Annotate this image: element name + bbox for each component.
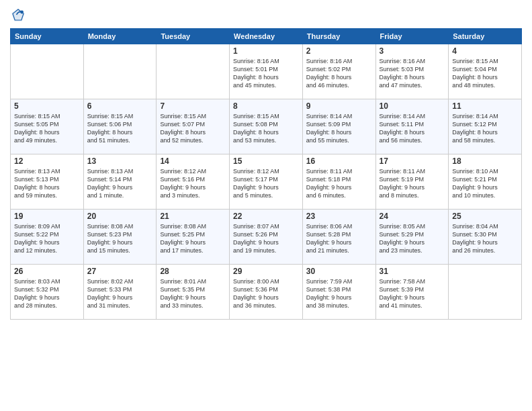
day-info: Sunrise: 8:09 AM Sunset: 5:22 PM Dayligh… <box>14 222 80 255</box>
week-row-1: 1Sunrise: 8:16 AM Sunset: 5:01 PM Daylig… <box>11 44 522 99</box>
logo <box>10 7 29 23</box>
day-cell-21: 21Sunrise: 8:08 AM Sunset: 5:25 PM Dayli… <box>157 210 230 265</box>
day-info: Sunrise: 8:00 AM Sunset: 5:36 PM Dayligh… <box>233 277 299 310</box>
day-info: Sunrise: 8:04 AM Sunset: 5:30 PM Dayligh… <box>452 222 518 255</box>
day-cell-20: 20Sunrise: 8:08 AM Sunset: 5:23 PM Dayli… <box>83 210 157 265</box>
day-number: 3 <box>380 46 445 56</box>
day-cell-28: 28Sunrise: 8:01 AM Sunset: 5:35 PM Dayli… <box>157 265 230 320</box>
day-number: 13 <box>87 156 153 166</box>
header-monday: Monday <box>83 29 157 44</box>
day-info: Sunrise: 8:01 AM Sunset: 5:35 PM Dayligh… <box>160 277 226 310</box>
day-cell-23: 23Sunrise: 8:06 AM Sunset: 5:28 PM Dayli… <box>302 210 375 265</box>
day-info: Sunrise: 8:05 AM Sunset: 5:29 PM Dayligh… <box>380 222 445 255</box>
day-info: Sunrise: 8:10 AM Sunset: 5:21 PM Dayligh… <box>452 167 518 200</box>
day-info: Sunrise: 8:14 AM Sunset: 5:09 PM Dayligh… <box>306 112 372 145</box>
day-cell-13: 13Sunrise: 8:13 AM Sunset: 5:14 PM Dayli… <box>83 154 157 210</box>
header-tuesday: Tuesday <box>157 29 230 44</box>
day-number: 1 <box>233 46 299 56</box>
day-info: Sunrise: 8:06 AM Sunset: 5:28 PM Dayligh… <box>306 222 372 255</box>
day-number: 24 <box>380 212 445 221</box>
header-saturday: Saturday <box>449 29 522 44</box>
calendar-header-row: SundayMondayTuesdayWednesdayThursdayFrid… <box>11 29 522 44</box>
day-number: 23 <box>306 212 372 221</box>
day-cell-15: 15Sunrise: 8:12 AM Sunset: 5:17 PM Dayli… <box>230 154 303 210</box>
day-info: Sunrise: 8:15 AM Sunset: 5:05 PM Dayligh… <box>14 112 80 145</box>
day-info: Sunrise: 7:58 AM Sunset: 5:39 PM Dayligh… <box>380 277 445 310</box>
day-cell-16: 16Sunrise: 8:11 AM Sunset: 5:18 PM Dayli… <box>302 154 375 210</box>
day-cell-7: 7Sunrise: 8:15 AM Sunset: 5:07 PM Daylig… <box>157 99 230 154</box>
day-number: 25 <box>452 212 518 221</box>
day-cell-27: 27Sunrise: 8:02 AM Sunset: 5:33 PM Dayli… <box>83 265 157 320</box>
empty-cell <box>11 44 84 99</box>
page-header <box>10 7 522 23</box>
day-info: Sunrise: 8:14 AM Sunset: 5:12 PM Dayligh… <box>452 112 518 145</box>
day-info: Sunrise: 8:03 AM Sunset: 5:32 PM Dayligh… <box>14 277 80 310</box>
day-info: Sunrise: 8:15 AM Sunset: 5:08 PM Dayligh… <box>233 112 299 145</box>
day-cell-25: 25Sunrise: 8:04 AM Sunset: 5:30 PM Dayli… <box>449 210 522 265</box>
day-info: Sunrise: 8:13 AM Sunset: 5:14 PM Dayligh… <box>87 167 153 200</box>
calendar-page: SundayMondayTuesdayWednesdayThursdayFrid… <box>0 0 532 411</box>
day-cell-2: 2Sunrise: 8:16 AM Sunset: 5:02 PM Daylig… <box>302 44 375 99</box>
day-info: Sunrise: 8:07 AM Sunset: 5:26 PM Dayligh… <box>233 222 299 255</box>
day-info: Sunrise: 8:12 AM Sunset: 5:17 PM Dayligh… <box>233 167 299 200</box>
empty-cell <box>157 44 230 99</box>
day-info: Sunrise: 8:11 AM Sunset: 5:19 PM Dayligh… <box>380 167 445 200</box>
day-info: Sunrise: 7:59 AM Sunset: 5:38 PM Dayligh… <box>306 277 372 310</box>
day-number: 31 <box>380 267 445 276</box>
day-cell-26: 26Sunrise: 8:03 AM Sunset: 5:32 PM Dayli… <box>11 265 84 320</box>
week-row-4: 19Sunrise: 8:09 AM Sunset: 5:22 PM Dayli… <box>11 210 522 265</box>
svg-marker-0 <box>11 8 24 21</box>
empty-cell <box>83 44 157 99</box>
day-info: Sunrise: 8:08 AM Sunset: 5:25 PM Dayligh… <box>160 222 226 255</box>
day-info: Sunrise: 8:16 AM Sunset: 5:02 PM Dayligh… <box>306 57 372 90</box>
day-info: Sunrise: 8:13 AM Sunset: 5:13 PM Dayligh… <box>14 167 80 200</box>
day-cell-31: 31Sunrise: 7:58 AM Sunset: 5:39 PM Dayli… <box>375 265 449 320</box>
day-cell-14: 14Sunrise: 8:12 AM Sunset: 5:16 PM Dayli… <box>157 154 230 210</box>
day-info: Sunrise: 8:15 AM Sunset: 5:06 PM Dayligh… <box>87 112 153 145</box>
day-number: 21 <box>160 212 226 221</box>
week-row-2: 5Sunrise: 8:15 AM Sunset: 5:05 PM Daylig… <box>11 99 522 154</box>
day-number: 19 <box>14 212 80 221</box>
day-cell-5: 5Sunrise: 8:15 AM Sunset: 5:05 PM Daylig… <box>11 99 84 154</box>
day-number: 16 <box>306 156 372 166</box>
day-cell-6: 6Sunrise: 8:15 AM Sunset: 5:06 PM Daylig… <box>83 99 157 154</box>
day-cell-29: 29Sunrise: 8:00 AM Sunset: 5:36 PM Dayli… <box>230 265 303 320</box>
day-number: 18 <box>452 156 518 166</box>
day-info: Sunrise: 8:16 AM Sunset: 5:01 PM Dayligh… <box>233 57 299 90</box>
day-number: 7 <box>160 101 226 111</box>
day-number: 27 <box>87 267 153 276</box>
day-number: 17 <box>380 156 445 166</box>
day-number: 22 <box>233 212 299 221</box>
week-row-5: 26Sunrise: 8:03 AM Sunset: 5:32 PM Dayli… <box>11 265 522 320</box>
day-info: Sunrise: 8:12 AM Sunset: 5:16 PM Dayligh… <box>160 167 226 200</box>
week-row-3: 12Sunrise: 8:13 AM Sunset: 5:13 PM Dayli… <box>11 154 522 210</box>
day-number: 14 <box>160 156 226 166</box>
day-number: 2 <box>306 46 372 56</box>
calendar-table: SundayMondayTuesdayWednesdayThursdayFrid… <box>10 28 522 320</box>
day-cell-12: 12Sunrise: 8:13 AM Sunset: 5:13 PM Dayli… <box>11 154 84 210</box>
day-cell-30: 30Sunrise: 7:59 AM Sunset: 5:38 PM Dayli… <box>302 265 375 320</box>
header-wednesday: Wednesday <box>230 29 303 44</box>
day-info: Sunrise: 8:16 AM Sunset: 5:03 PM Dayligh… <box>380 57 445 90</box>
day-number: 28 <box>160 267 226 276</box>
day-cell-3: 3Sunrise: 8:16 AM Sunset: 5:03 PM Daylig… <box>375 44 449 99</box>
day-cell-8: 8Sunrise: 8:15 AM Sunset: 5:08 PM Daylig… <box>230 99 303 154</box>
day-number: 20 <box>87 212 153 221</box>
svg-point-2 <box>20 11 24 14</box>
day-info: Sunrise: 8:08 AM Sunset: 5:23 PM Dayligh… <box>87 222 153 255</box>
day-cell-24: 24Sunrise: 8:05 AM Sunset: 5:29 PM Dayli… <box>375 210 449 265</box>
day-cell-11: 11Sunrise: 8:14 AM Sunset: 5:12 PM Dayli… <box>449 99 522 154</box>
day-number: 8 <box>233 101 299 111</box>
day-number: 26 <box>14 267 80 276</box>
empty-cell <box>449 265 522 320</box>
day-number: 15 <box>233 156 299 166</box>
header-friday: Friday <box>375 29 449 44</box>
header-thursday: Thursday <box>302 29 375 44</box>
day-info: Sunrise: 8:15 AM Sunset: 5:07 PM Dayligh… <box>160 112 226 145</box>
day-cell-17: 17Sunrise: 8:11 AM Sunset: 5:19 PM Dayli… <box>375 154 449 210</box>
day-number: 12 <box>14 156 80 166</box>
day-cell-19: 19Sunrise: 8:09 AM Sunset: 5:22 PM Dayli… <box>11 210 84 265</box>
day-cell-4: 4Sunrise: 8:15 AM Sunset: 5:04 PM Daylig… <box>449 44 522 99</box>
day-number: 5 <box>14 101 80 111</box>
day-number: 11 <box>452 101 518 111</box>
